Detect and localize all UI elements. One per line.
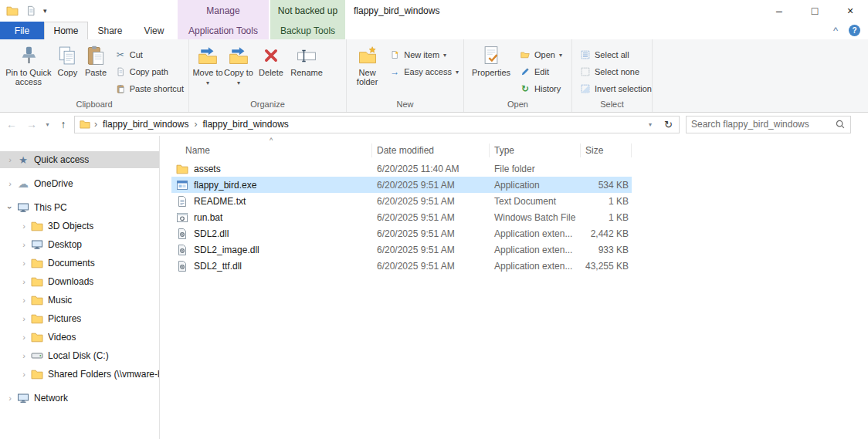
paste-icon [84,44,107,67]
file-row-flappy-bird-exe[interactable]: flappy_bird.exe 6/20/2025 9:51 AM Applic… [171,177,632,193]
edit-pencil-icon [520,66,531,77]
date-modified-cell: 6/20/2025 9:51 AM [372,196,490,207]
properties-button[interactable]: Properties [467,42,515,98]
select-none-button[interactable]: Select none [580,66,652,78]
delete-button[interactable]: Delete [254,42,288,98]
rename-icon [295,44,318,67]
chevron-right-icon: › [20,370,28,379]
close-button[interactable]: × [832,0,868,22]
pin-label: Pin to Quick access [3,68,54,86]
maximize-button[interactable]: □ [797,0,832,22]
address-folder-icon [80,119,90,130]
invert-selection-button[interactable]: Invert selection [580,83,652,95]
qat-properties-icon[interactable] [25,5,36,16]
column-header-type[interactable]: Type [490,144,581,157]
file-row-sdl2-dll[interactable]: SDL2.dll 6/20/2025 9:51 AM Application e… [171,225,632,241]
easy-access-label: Easy access [404,67,452,76]
pin-to-quick-access-button[interactable]: Pin to Quick access [3,42,54,98]
select-all-button[interactable]: Select all [580,49,652,61]
explorer-folder-icon[interactable] [6,5,19,17]
recent-locations-chevron-icon[interactable]: ▾ [42,115,53,133]
copy-label: Copy [58,68,78,77]
column-header-date-modified[interactable]: Date modified [372,144,490,157]
file-row-readme-txt[interactable]: README.txt 6/20/2025 9:51 AM Text Docume… [171,193,632,209]
sidebar-item-music[interactable]: › Music [0,292,159,309]
file-list: ^ Name Date modified Type Size assets 6/… [160,136,868,439]
sidebar-item-network[interactable]: › Network [0,390,159,407]
contextual-header-manage[interactable]: Manage [178,0,269,22]
rename-button[interactable]: Rename [288,42,325,98]
column-header-name[interactable]: Name [171,144,372,157]
tab-application-tools[interactable]: Application Tools [178,22,269,39]
address-bar: ← → ▾ ↑ › flappy_bird_windows › flappy_b… [0,113,868,136]
copy-to-icon [227,44,250,67]
paste-shortcut-button[interactable]: Paste shortcut [115,83,184,95]
column-headers: Name Date modified Type Size [171,142,868,159]
qat-customize-chevron-icon[interactable]: ▾ [43,7,47,15]
file-row-run-bat[interactable]: run.bat 6/20/2025 9:51 AM Windows Batch … [171,209,632,225]
tab-share[interactable]: Share [88,22,132,39]
sidebar-item-this-pc[interactable]: › This PC [0,199,159,216]
folder-icon [31,220,43,232]
address-dropdown-chevron-icon[interactable]: ▾ [643,121,658,128]
breadcrumb-item[interactable]: flappy_bird_windows [201,119,290,130]
size-cell: 933 KB [581,245,632,255]
paste-button[interactable]: Paste [81,42,110,98]
size-cell: 534 KB [581,180,632,191]
sidebar-item-videos[interactable]: › Videos [0,329,159,346]
tab-file[interactable]: File [0,22,44,39]
quick-access-star-icon: ★ [17,154,29,166]
sidebar-item-pictures[interactable]: › Pictures [0,310,159,327]
file-row-sdl2-image-dll[interactable]: SDL2_image.dll 6/20/2025 9:51 AM Applica… [171,241,632,258]
forward-button[interactable]: → [22,115,41,133]
copy-icon [56,44,79,67]
history-button[interactable]: ↻ History [520,83,562,95]
paste-label: Paste [85,68,107,77]
edit-button[interactable]: Edit [520,66,562,78]
ribbon-spacer [653,39,868,112]
address-box[interactable]: › flappy_bird_windows › flappy_bird_wind… [74,116,680,133]
sidebar-item-local-disk-c[interactable]: › Local Disk (C:) [0,347,159,364]
breadcrumb-item[interactable]: flappy_bird_windows [101,119,190,130]
sidebar-item-desktop[interactable]: › Desktop [0,236,159,253]
easy-access-button[interactable]: → Easy access ▾ [389,66,459,78]
column-header-size[interactable]: Size [581,144,632,157]
desktop-icon [31,238,43,251]
tab-backup-tools[interactable]: Backup Tools [270,22,345,39]
select-none-icon [580,66,591,77]
sidebar-item-downloads[interactable]: › Downloads [0,273,159,290]
sidebar-item-label: Network [34,393,68,404]
copy-path-button[interactable]: Copy path [115,66,184,78]
open-button[interactable]: Open ▾ [520,49,562,61]
sidebar-item-documents[interactable]: › Documents [0,255,159,272]
back-button[interactable]: ← [2,115,21,133]
sidebar-item-onedrive[interactable]: › ☁ OneDrive [0,175,159,192]
sidebar-item-label: This PC [34,202,67,213]
copy-button[interactable]: Copy [54,42,82,98]
cut-button[interactable]: ✂ Cut [115,49,184,61]
ribbon-group-select: Select all Select none Invert selection … [572,39,653,112]
scissors-icon: ✂ [115,49,126,60]
sidebar-item-quick-access[interactable]: › ★ Quick access [0,151,159,168]
copy-to-button[interactable]: Copy to ▾ [223,42,254,98]
ribbon-group-organize: Move to ▾ Copy to ▾ Delete Rename Organi… [189,39,347,112]
contextual-header-backup[interactable]: Not backed up [270,0,345,22]
refresh-icon[interactable]: ↻ [658,119,679,130]
sidebar-item-shared-folders[interactable]: › Shared Folders (\\vmware-ho [0,366,159,383]
tab-home[interactable]: Home [44,22,88,39]
group-label-open: Open [464,98,571,112]
file-row-assets[interactable]: assets 6/20/2025 11:40 AM File folder [171,160,632,177]
tab-view[interactable]: View [132,22,176,39]
rename-label: Rename [290,68,323,77]
file-row-sdl2-ttf-dll[interactable]: SDL2_ttf.dll 6/20/2025 9:51 AM Applicati… [171,258,632,274]
minimize-button[interactable]: – [761,0,797,22]
main-area: › ★ Quick access › ☁ OneDrive › This PC … [0,136,868,439]
sidebar-item-3d-objects[interactable]: › 3D Objects [0,218,159,235]
new-item-button[interactable]: New item ▾ [389,49,459,61]
help-icon[interactable]: ? [849,25,860,36]
ribbon-collapse-icon[interactable]: ^ [833,27,838,35]
search-input[interactable] [691,119,835,130]
new-folder-button[interactable]: New folder [350,42,385,98]
up-button[interactable]: ↑ [54,115,73,133]
move-to-button[interactable]: Move to ▾ [192,42,223,98]
